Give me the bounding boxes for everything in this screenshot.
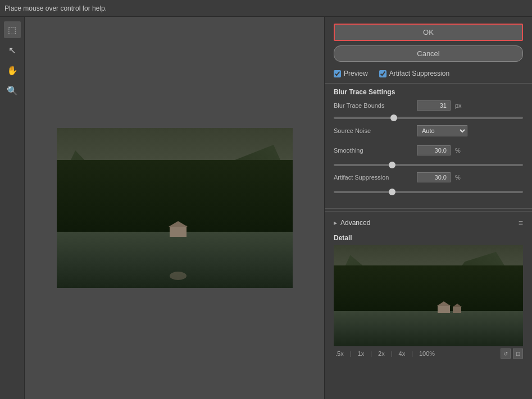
zoom-2x[interactable]: 2x — [376, 350, 387, 357]
select-tool[interactable]: ↖ — [4, 42, 21, 58]
advanced-left: ▶ Advanced — [334, 219, 370, 227]
zoom-sep1: | — [350, 350, 352, 357]
blur-trace-slider[interactable] — [334, 117, 523, 119]
checkboxes-row: Preview Artifact Suppression — [325, 66, 532, 81]
artifact-suppression-checkbox-label[interactable]: Artifact Suppression — [379, 70, 449, 77]
blur-trace-bounds-label: Blur Trace Bounds — [334, 102, 412, 109]
divider-1 — [325, 83, 532, 84]
ok-button[interactable]: OK — [334, 24, 523, 41]
smoothing-label: Smoothing — [334, 147, 412, 154]
artifact-suppression-row: Artifact Suppression % — [334, 172, 523, 182]
toolbar: ⬚ ↖ ✋ 🔍 — [0, 17, 25, 399]
detail-label: Detail — [334, 234, 523, 242]
source-noise-row: Source Noise Auto Low Medium High — [334, 125, 523, 136]
zoom-icon-undo[interactable]: ↺ — [501, 348, 511, 359]
cancel-button[interactable]: Cancel — [334, 45, 523, 62]
menu-icon[interactable]: ≡ — [519, 218, 523, 227]
artifact-suppression-setting-label: Artifact Suppression — [334, 174, 412, 181]
zoom-sep2: | — [370, 350, 372, 357]
zoom-sep3: | — [391, 350, 393, 357]
right-panel: OK Cancel Preview Artifact Suppression B… — [324, 17, 532, 399]
advanced-section: ▶ Advanced ≡ Detail .5x | — [325, 211, 532, 361]
smoothing-row: Smoothing % — [334, 145, 523, 155]
spacer-1 — [334, 141, 523, 145]
smoothing-unit: % — [455, 147, 466, 154]
canvas-house — [170, 226, 187, 237]
zoom-0.5x[interactable]: .5x — [334, 350, 345, 357]
help-text: Place mouse over control for help. — [4, 4, 107, 12]
zoom-100[interactable]: 100% — [417, 350, 436, 357]
zoom-1x[interactable]: 1x — [356, 350, 366, 357]
divider-2 — [325, 208, 532, 209]
blur-trace-bounds-unit: px — [455, 102, 466, 109]
artifact-suppression-label: Artifact Suppression — [389, 70, 449, 77]
artifact-suppression-slider-container — [334, 187, 523, 199]
blur-trace-bounds-row: Blur Trace Bounds px — [334, 100, 523, 111]
detail-water — [334, 311, 523, 346]
preview-label: Preview — [344, 70, 368, 77]
detail-zoom-bar: .5x | 1x | 2x | 4x | 100% ↺ ⊡ — [334, 346, 523, 361]
marquee-tool[interactable]: ⬚ — [4, 21, 21, 38]
blur-trace-bounds-input[interactable] — [417, 100, 451, 111]
artifact-suppression-input[interactable] — [417, 172, 451, 182]
artifact-suppression-checkbox[interactable] — [379, 70, 387, 77]
section-title-blur: Blur Trace Settings — [334, 86, 523, 100]
detail-house2 — [453, 306, 461, 313]
source-noise-dropdown[interactable]: Auto Low Medium High — [417, 125, 467, 136]
canvas-reflection — [170, 272, 187, 280]
canvas-area — [25, 17, 324, 399]
zoom-tool[interactable]: 🔍 — [4, 82, 21, 99]
panel-buttons: OK Cancel — [325, 17, 532, 66]
zoom-controls-right: ↺ ⊡ — [501, 348, 523, 359]
blur-trace-settings: Blur Trace Settings Blur Trace Bounds px… — [325, 86, 532, 206]
blur-trace-slider-container — [334, 113, 523, 125]
zoom-icon-fit[interactable]: ⊡ — [513, 348, 523, 359]
smoothing-slider-container — [334, 160, 523, 172]
detail-house — [438, 305, 450, 313]
artifact-suppression-unit: % — [455, 174, 466, 181]
detail-section: Detail .5x | 1x | 2x | 4x — [334, 230, 523, 361]
preview-checkbox-label[interactable]: Preview — [334, 70, 368, 77]
hand-tool[interactable]: ✋ — [4, 62, 21, 79]
triangle-icon: ▶ — [334, 221, 337, 226]
smoothing-slider[interactable] — [334, 164, 523, 166]
source-noise-label: Source Noise — [334, 127, 412, 134]
artifact-suppression-slider[interactable] — [334, 191, 523, 193]
smoothing-input[interactable] — [417, 145, 451, 155]
detail-image[interactable] — [334, 245, 523, 346]
main-layout: ⬚ ↖ ✋ 🔍 OK Cancel Preview — [0, 17, 532, 399]
main-canvas[interactable] — [57, 128, 293, 288]
preview-checkbox[interactable] — [334, 70, 341, 77]
zoom-4x[interactable]: 4x — [397, 350, 407, 357]
advanced-header[interactable]: ▶ Advanced ≡ — [334, 216, 523, 230]
advanced-label: Advanced — [340, 219, 370, 227]
zoom-sep4: | — [411, 350, 413, 357]
detail-forest — [334, 265, 523, 316]
status-bar: Place mouse over control for help. — [0, 0, 532, 17]
